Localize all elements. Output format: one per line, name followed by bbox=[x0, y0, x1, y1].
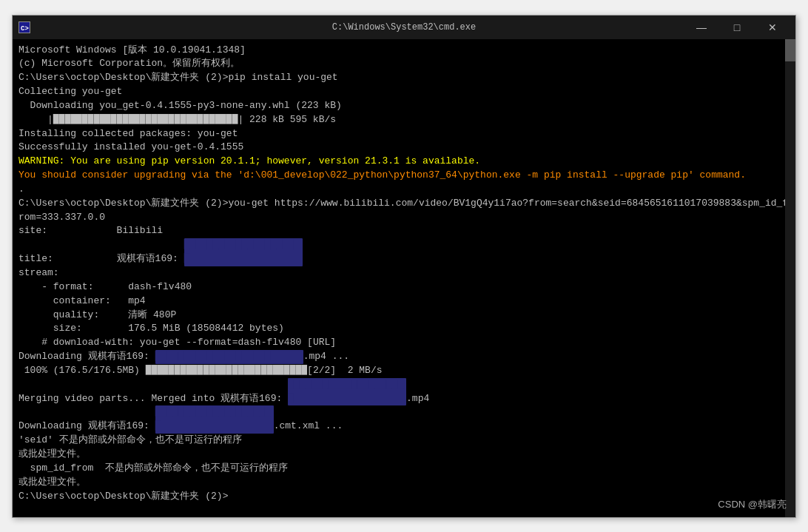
redacted-text: █████████████████████ bbox=[155, 405, 274, 434]
scrollbar-track[interactable] bbox=[785, 39, 795, 517]
console-line: 100% (176.5/176.5MB) ███████████████████… bbox=[18, 364, 790, 378]
redacted-text: █████████████████████ bbox=[155, 350, 303, 364]
console-line: . bbox=[18, 183, 790, 197]
console-line: 或批处理文件。 bbox=[18, 448, 790, 462]
console-line: Downloading 观棋有语169: ███████████████████… bbox=[18, 350, 790, 364]
console-line: stream: bbox=[18, 266, 790, 280]
console-line: - format: dash-flv480 bbox=[18, 280, 790, 294]
redacted-text: █████████████████████ bbox=[184, 238, 303, 266]
console-line: (c) Microsoft Corporation。保留所有权利。 bbox=[18, 57, 790, 71]
maximize-button[interactable]: □ bbox=[720, 16, 754, 39]
console-line: C:\Users\octop\Desktop\新建文件夹 (2)>pip ins… bbox=[18, 71, 790, 85]
window-title: C:\Windows\System32\cmd.exe bbox=[332, 22, 476, 33]
console-line: size: 176.5 MiB (185084412 bytes) bbox=[18, 322, 790, 336]
console-line: title: 观棋有语169: █████████████████████ bbox=[18, 238, 790, 266]
watermark: CSDN @韩曙亮 bbox=[718, 498, 787, 511]
console-line: 'seid' 不是内部或外部命令，也不是可运行的程序 bbox=[18, 434, 790, 448]
console-line: Installing collected packages: you-get bbox=[18, 127, 790, 141]
console-line: C:\Users\octop\Desktop\新建文件夹 (2)>you-get… bbox=[18, 197, 790, 225]
console-line: You should consider upgrading via the 'd… bbox=[18, 169, 790, 183]
svg-text:C>: C> bbox=[21, 25, 29, 33]
console-line: site: Bilibili bbox=[18, 224, 790, 238]
console-line: Downloading you_get-0.4.1555-py3-none-an… bbox=[18, 99, 790, 113]
console-output: Microsoft Windows [版本 10.0.19041.1348](c… bbox=[18, 44, 790, 513]
console-line: Merging video parts... Merged into 观棋有语1… bbox=[18, 378, 790, 406]
console-line: Downloading 观棋有语169: ███████████████████… bbox=[18, 405, 790, 434]
console-line: WARNING: You are using pip version 20.1.… bbox=[18, 155, 790, 169]
minimize-button[interactable]: — bbox=[684, 16, 718, 39]
console-line: container: mp4 bbox=[18, 294, 790, 309]
window-controls: — □ ✕ bbox=[684, 16, 790, 39]
close-button[interactable]: ✕ bbox=[755, 16, 790, 39]
console-area: Microsoft Windows [版本 10.0.19041.1348](c… bbox=[13, 39, 795, 517]
console-line: Collecting you-get bbox=[18, 85, 790, 99]
cmd-icon: C> bbox=[18, 21, 30, 33]
console-line: # download-with: you-get --format=dash-f… bbox=[18, 336, 790, 350]
console-line: Successfully installed you-get-0.4.1555 bbox=[18, 141, 790, 155]
titlebar: C> C:\Windows\System32\cmd.exe — □ ✕ bbox=[13, 16, 795, 39]
redacted-text: █████████████████████ bbox=[288, 378, 406, 406]
console-line: |████████████████████████████████| 228 k… bbox=[18, 113, 790, 127]
console-line: Microsoft Windows [版本 10.0.19041.1348] bbox=[18, 44, 790, 58]
console-line: 或批处理文件。 bbox=[18, 476, 790, 490]
console-line: spm_id_from 不是内部或外部命令，也不是可运行的程序 bbox=[18, 462, 790, 476]
cmd-window: C> C:\Windows\System32\cmd.exe — □ ✕ Mic… bbox=[12, 15, 796, 518]
console-line: C:\Users\octop\Desktop\新建文件夹 (2)> bbox=[18, 490, 790, 504]
scrollbar-thumb[interactable] bbox=[785, 39, 795, 61]
console-line: quality: 清晰 480P bbox=[18, 309, 790, 323]
